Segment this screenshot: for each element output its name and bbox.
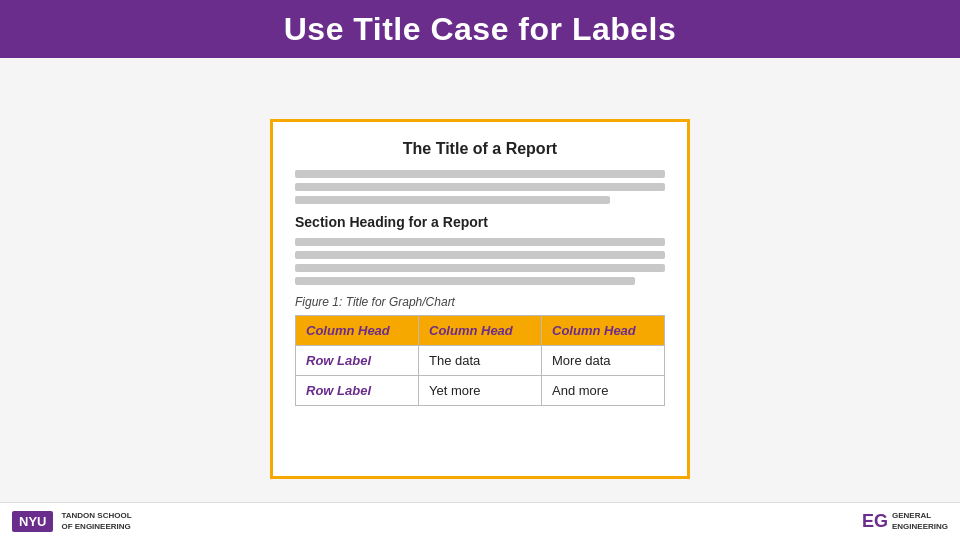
col-header-1: Column Head [296,316,419,346]
document-title: The Title of a Report [295,140,665,158]
eg-line2: ENGINEERING [892,522,948,531]
table-header-row: Column Head Column Head Column Head [296,316,665,346]
text-line [295,170,665,178]
row-label-2: Row Label [296,376,419,406]
text-line [295,238,665,246]
cell-1-1: The data [419,346,542,376]
text-line [295,183,665,191]
header-bar: Use Title Case for Labels [0,0,960,58]
table-row: Row Label The data More data [296,346,665,376]
school-line2: OF ENGINEERING [61,522,130,531]
main-content: The Title of a Report Section Heading fo… [0,58,960,540]
text-line [295,196,610,204]
school-text: TANDON SCHOOL OF ENGINEERING [61,511,131,532]
col-header-3: Column Head [542,316,665,346]
table-row: Row Label Yet more And more [296,376,665,406]
cell-1-2: More data [542,346,665,376]
text-line [295,264,665,272]
cell-2-1: Yet more [419,376,542,406]
row-label-1: Row Label [296,346,419,376]
text-line [295,277,635,285]
school-line1: TANDON SCHOOL [61,511,131,520]
footer-left: NYU TANDON SCHOOL OF ENGINEERING [12,511,132,532]
data-table: Column Head Column Head Column Head Row … [295,315,665,406]
nyu-logo: NYU [12,511,53,532]
eg-text: GENERAL ENGINEERING [892,511,948,532]
col-header-2: Column Head [419,316,542,346]
cell-2-2: And more [542,376,665,406]
text-lines-1 [295,170,665,204]
footer-bar: NYU TANDON SCHOOL OF ENGINEERING EG GENE… [0,502,960,540]
text-lines-2 [295,238,665,285]
figure-caption: Figure 1: Title for Graph/Chart [295,295,665,309]
eg-logo: EG [862,511,888,532]
eg-line1: GENERAL [892,511,931,520]
section-heading: Section Heading for a Report [295,214,665,230]
text-line [295,251,665,259]
page-title: Use Title Case for Labels [284,11,677,48]
document-card: The Title of a Report Section Heading fo… [270,119,690,479]
footer-right: EG GENERAL ENGINEERING [862,511,948,532]
